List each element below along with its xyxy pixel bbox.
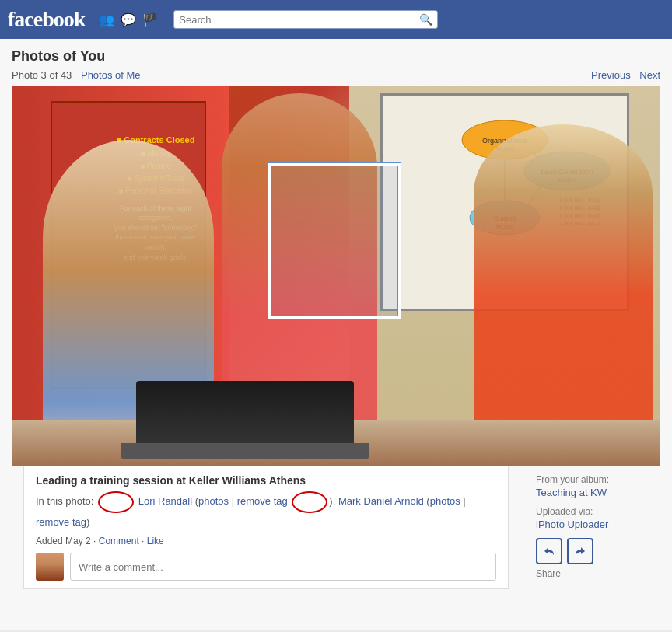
left-content: Leading a training session at Keller Wil… bbox=[12, 466, 520, 589]
photo-nav-links: Previous Next bbox=[591, 69, 660, 81]
facebook-logo: facebook bbox=[8, 7, 85, 32]
share-arrows-icon bbox=[542, 544, 556, 558]
notifications-icon[interactable]: 🏴 bbox=[142, 12, 158, 27]
tag2-photos-link[interactable]: photos bbox=[430, 495, 460, 507]
page-title: Photos of You bbox=[12, 48, 660, 65]
search-button[interactable]: 🔍 bbox=[419, 13, 432, 26]
friends-icon[interactable]: 👥 bbox=[99, 12, 114, 27]
nav-icons: 👥 💬 🏴 bbox=[99, 12, 158, 27]
navbar: facebook 👥 💬 🏴 🔍 bbox=[0, 0, 672, 39]
photo-subheader: Photo 3 of 43 Photos of Me Previous Next bbox=[0, 68, 672, 86]
photo-header: Photos of You bbox=[0, 39, 672, 68]
tag1-circle-annotation bbox=[98, 491, 134, 513]
page-body: Photos of You Photo 3 of 43 Photos of Me… bbox=[0, 39, 672, 630]
share-icon-1[interactable] bbox=[536, 538, 562, 564]
tag2-remove-link[interactable]: remove tag bbox=[36, 516, 86, 528]
comment-input[interactable] bbox=[70, 553, 496, 581]
content-wrapper: Leading a training session at Keller Wil… bbox=[12, 466, 660, 589]
user-avatar bbox=[36, 553, 64, 581]
laptop-base bbox=[121, 443, 369, 459]
tag1-name[interactable]: Lori Randall bbox=[138, 495, 192, 507]
tag1-remove-link[interactable]: remove tag bbox=[237, 495, 288, 507]
photo-image: ■ Contracts Closed ■ Money ■ People ■ Sy… bbox=[12, 86, 660, 466]
photo-date: Added May 2 · Comment · Like bbox=[36, 536, 496, 546]
tags-prefix: In this photo: bbox=[36, 495, 93, 507]
photo-count: Photo 3 of 43 bbox=[12, 69, 72, 81]
share-retweet-icon bbox=[573, 544, 587, 558]
date-text: Added May 2 bbox=[36, 536, 91, 546]
share-section: Share bbox=[536, 538, 660, 579]
photo-count-area: Photo 3 of 43 Photos of Me bbox=[12, 69, 141, 81]
messages-icon[interactable]: 💬 bbox=[121, 12, 136, 27]
tag2-circle-annotation bbox=[292, 491, 327, 513]
upload-app-link[interactable]: iPhoto Uploader bbox=[536, 519, 660, 530]
album-link[interactable]: Teaching at KW bbox=[536, 487, 660, 498]
laptop bbox=[136, 381, 354, 443]
comment-section bbox=[36, 553, 496, 581]
comment-link[interactable]: Comment bbox=[99, 536, 139, 546]
photo-info: Leading a training session at Keller Wil… bbox=[23, 466, 509, 589]
photo-container: ■ Contracts Closed ■ Money ■ People ■ Sy… bbox=[12, 86, 660, 466]
share-icons bbox=[536, 538, 660, 564]
person-right bbox=[474, 124, 653, 466]
avatar-image bbox=[36, 553, 64, 581]
next-link[interactable]: Next bbox=[639, 69, 660, 81]
share-label: Share bbox=[536, 568, 561, 579]
tag1-photos-link[interactable]: photos bbox=[198, 495, 229, 507]
previous-link[interactable]: Previous bbox=[591, 69, 631, 81]
search-box: 🔍 bbox=[173, 10, 438, 29]
photo-caption: Leading a training session at Keller Wil… bbox=[36, 474, 496, 487]
search-input[interactable] bbox=[179, 14, 419, 26]
photos-of-me-link[interactable]: Photos of Me bbox=[81, 69, 141, 81]
right-sidebar: From your album: Teaching at KW Uploaded… bbox=[520, 466, 660, 589]
upload-label: Uploaded via: bbox=[536, 506, 660, 517]
like-link[interactable]: Like bbox=[147, 536, 164, 546]
face-tag-box[interactable] bbox=[268, 163, 401, 319]
album-label: From your album: bbox=[536, 474, 660, 485]
tag2-name[interactable]: Mark Daniel Arnold bbox=[338, 495, 424, 507]
photo-tags: In this photo: Lori Randall (photos | re… bbox=[36, 491, 496, 531]
share-icon-2[interactable] bbox=[567, 538, 593, 564]
